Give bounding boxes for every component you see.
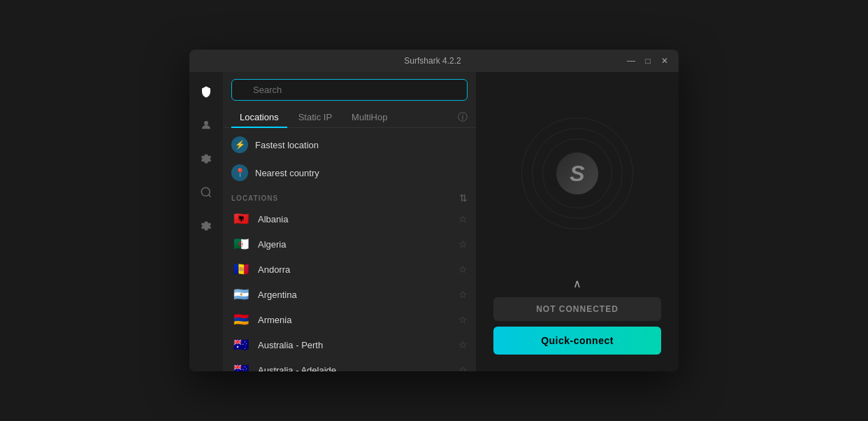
svg-point-1 bbox=[201, 187, 210, 196]
fastest-location-item[interactable]: ⚡ Fastest location bbox=[223, 131, 476, 159]
flag-andorra: 🇦🇩 bbox=[231, 262, 251, 276]
info-icon[interactable]: ⓘ bbox=[458, 111, 468, 124]
country-australia-adelaide[interactable]: 🇦🇺 Australia - Adelaide ☆ bbox=[223, 357, 476, 371]
sidebar-icon-person[interactable] bbox=[195, 114, 217, 136]
minimize-button[interactable]: — bbox=[625, 55, 637, 66]
flag-australia-perth: 🇦🇺 bbox=[231, 338, 251, 352]
country-australia-perth[interactable]: 🇦🇺 Australia - Perth ☆ bbox=[223, 332, 476, 357]
nearest-country-item[interactable]: 📍 Nearest country bbox=[223, 159, 476, 187]
country-name-australia-perth: Australia - Perth bbox=[258, 340, 451, 350]
country-name-albania: Albania bbox=[258, 214, 451, 224]
location-list: ⚡ Fastest location 📍 Nearest country LOC… bbox=[223, 128, 476, 371]
country-name-armenia: Armenia bbox=[258, 315, 451, 325]
star-armenia[interactable]: ☆ bbox=[458, 314, 468, 325]
star-algeria[interactable]: ☆ bbox=[458, 238, 468, 250]
country-name-andorra: Andorra bbox=[258, 264, 451, 275]
flag-armenia: 🇦🇲 bbox=[231, 313, 251, 327]
sort-icon[interactable]: ⇅ bbox=[459, 192, 468, 204]
flag-argentina: 🇦🇷 bbox=[231, 287, 251, 301]
window-controls: — □ ✕ bbox=[625, 55, 670, 66]
country-name-algeria: Algeria bbox=[258, 239, 451, 250]
sidebar-icon-gear[interactable] bbox=[195, 215, 217, 237]
fastest-icon: ⚡ bbox=[231, 136, 248, 153]
expand-button[interactable]: ∧ bbox=[493, 275, 661, 292]
flag-australia-adelaide: 🇦🇺 bbox=[231, 363, 251, 371]
country-algeria[interactable]: 🇩🇿 Algeria ☆ bbox=[223, 231, 476, 257]
search-container bbox=[223, 72, 476, 105]
title-bar: Surfshark 4.2.2 — □ ✕ bbox=[189, 50, 679, 72]
sidebar-icon-search[interactable] bbox=[195, 181, 217, 204]
star-australia-perth[interactable]: ☆ bbox=[458, 339, 468, 350]
app-title: Surfshark 4.2.2 bbox=[240, 56, 625, 66]
tab-locations[interactable]: Locations bbox=[231, 108, 287, 128]
country-albania[interactable]: 🇦🇱 Albania ☆ bbox=[223, 206, 476, 231]
star-argentina[interactable]: ☆ bbox=[458, 289, 468, 300]
quick-connect-button[interactable]: Quick-connect bbox=[493, 327, 661, 355]
svg-point-0 bbox=[204, 121, 208, 125]
logo-circles: S bbox=[521, 117, 633, 229]
sidebar bbox=[189, 72, 223, 371]
sidebar-icon-settings[interactable] bbox=[195, 148, 217, 170]
country-andorra[interactable]: 🇦🇩 Andorra ☆ bbox=[223, 257, 476, 282]
main-content: Locations Static IP MultiHop ⓘ ⚡ Fastest… bbox=[189, 72, 679, 371]
search-input[interactable] bbox=[231, 79, 468, 101]
nearest-label: Nearest country bbox=[255, 168, 319, 178]
fastest-label: Fastest location bbox=[255, 140, 319, 150]
logo-s: S bbox=[556, 152, 598, 194]
country-armenia[interactable]: 🇦🇲 Armenia ☆ bbox=[223, 307, 476, 332]
tabs: Locations Static IP MultiHop ⓘ bbox=[223, 105, 476, 128]
section-label: LOCATIONS bbox=[231, 194, 278, 202]
close-button[interactable]: ✕ bbox=[659, 55, 670, 66]
panel: Locations Static IP MultiHop ⓘ ⚡ Fastest… bbox=[223, 72, 476, 371]
app-window: Surfshark 4.2.2 — □ ✕ bbox=[189, 50, 679, 371]
connection-area: ∧ NOT CONNECTED Quick-connect bbox=[493, 275, 661, 355]
logo-letter: S bbox=[570, 161, 584, 187]
nearest-icon: 📍 bbox=[231, 164, 248, 181]
star-australia-adelaide[interactable]: ☆ bbox=[458, 364, 468, 371]
country-name-argentina: Argentina bbox=[258, 290, 451, 300]
flag-algeria: 🇩🇿 bbox=[231, 237, 251, 251]
country-name-australia-adelaide: Australia - Adelaide bbox=[258, 365, 451, 372]
tab-static-ip[interactable]: Static IP bbox=[290, 108, 340, 128]
maximize-button[interactable]: □ bbox=[642, 55, 653, 66]
logo-area: S bbox=[521, 72, 633, 275]
sidebar-icon-shield[interactable] bbox=[195, 80, 217, 103]
flag-albania: 🇦🇱 bbox=[231, 212, 251, 226]
connection-status: NOT CONNECTED bbox=[493, 297, 661, 321]
search-wrapper bbox=[231, 79, 468, 101]
star-albania[interactable]: ☆ bbox=[458, 213, 468, 224]
tab-multihop[interactable]: MultiHop bbox=[343, 108, 396, 128]
star-andorra[interactable]: ☆ bbox=[458, 264, 468, 275]
locations-section-header: LOCATIONS ⇅ bbox=[223, 187, 476, 206]
right-panel: S ∧ NOT CONNECTED Quick-connect bbox=[476, 72, 679, 371]
country-argentina[interactable]: 🇦🇷 Argentina ☆ bbox=[223, 282, 476, 307]
